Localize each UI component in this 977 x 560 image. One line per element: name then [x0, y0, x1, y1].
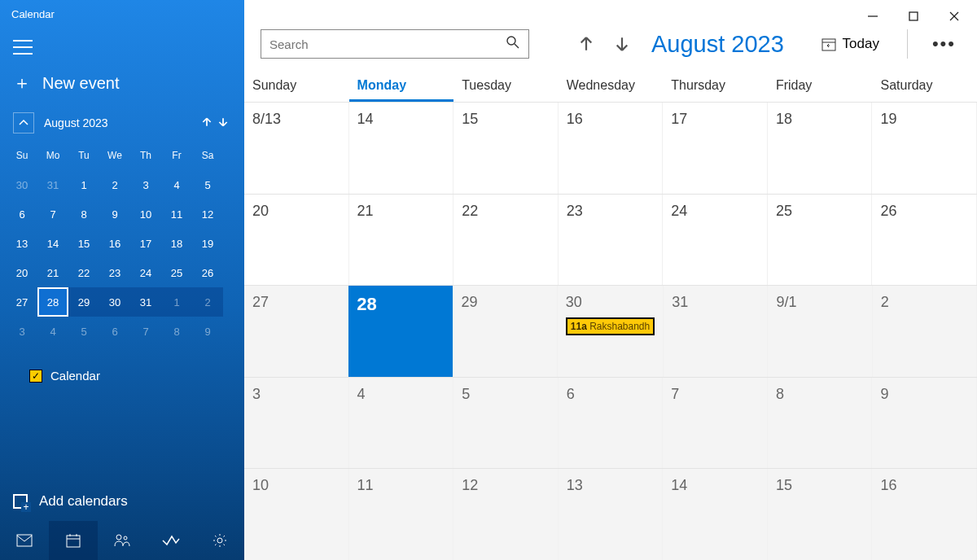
- mini-day-cell[interactable]: 23: [99, 258, 130, 287]
- mini-day-cell[interactable]: 2: [99, 170, 130, 199]
- mini-day-cell[interactable]: 17: [130, 229, 161, 258]
- add-calendars-button[interactable]: Add calendars: [0, 482, 244, 521]
- mini-day-cell[interactable]: 16: [99, 229, 130, 258]
- mini-day-cell[interactable]: 25: [161, 258, 192, 287]
- day-cell[interactable]: 26: [872, 195, 977, 286]
- nav-todo-icon[interactable]: [147, 521, 195, 560]
- day-cell[interactable]: 15: [768, 469, 873, 560]
- day-cell[interactable]: 3: [244, 378, 349, 469]
- mini-day-cell[interactable]: 8: [68, 199, 99, 229]
- dow-header-cell[interactable]: Friday: [768, 73, 873, 102]
- mini-day-cell[interactable]: 31: [37, 170, 68, 199]
- mini-day-cell[interactable]: 4: [37, 317, 68, 346]
- mini-day-cell[interactable]: 26: [192, 258, 223, 287]
- day-cell[interactable]: 28: [348, 286, 453, 377]
- menu-button[interactable]: [13, 40, 33, 55]
- day-cell[interactable]: 10: [244, 469, 349, 560]
- day-cell[interactable]: 13: [559, 469, 664, 560]
- dow-header-cell[interactable]: Wednesday: [559, 73, 664, 102]
- mini-day-cell[interactable]: 30: [7, 170, 37, 199]
- day-cell[interactable]: 20: [244, 195, 349, 286]
- day-cell[interactable]: 11: [349, 469, 454, 560]
- new-event-button[interactable]: ＋ New event: [0, 63, 244, 108]
- mini-day-cell[interactable]: 3: [7, 317, 37, 346]
- calendar-checkbox-row[interactable]: ✓ Calendar: [0, 346, 244, 391]
- day-cell[interactable]: 9/1: [768, 286, 872, 377]
- day-cell[interactable]: 25: [768, 195, 873, 286]
- mini-day-cell[interactable]: 15: [68, 229, 99, 258]
- day-cell[interactable]: 27: [244, 286, 348, 377]
- prev-month-button[interactable]: [575, 35, 598, 53]
- mini-day-cell[interactable]: 20: [7, 258, 37, 287]
- collapse-mini-cal-button[interactable]: [13, 112, 34, 133]
- nav-calendar-icon[interactable]: [49, 521, 98, 560]
- day-cell[interactable]: 5: [453, 378, 559, 469]
- day-cell[interactable]: 15: [453, 103, 559, 194]
- maximize-button[interactable]: [905, 8, 922, 24]
- mini-day-cell[interactable]: 5: [68, 317, 99, 346]
- day-cell[interactable]: 24: [663, 195, 768, 286]
- mini-day-cell[interactable]: 11: [161, 199, 192, 229]
- calendar-checkbox[interactable]: ✓: [29, 370, 42, 383]
- day-cell[interactable]: 8/13: [244, 103, 349, 194]
- mini-day-cell[interactable]: 10: [130, 199, 161, 229]
- mini-day-cell[interactable]: 19: [192, 229, 223, 258]
- day-cell[interactable]: 29: [453, 286, 558, 377]
- dow-header-cell[interactable]: Monday: [349, 73, 454, 102]
- mini-day-cell[interactable]: 12: [192, 199, 223, 229]
- day-cell[interactable]: 4: [349, 378, 454, 469]
- mini-day-cell[interactable]: 7: [37, 199, 68, 229]
- mini-day-cell[interactable]: 22: [68, 258, 99, 287]
- nav-mail-icon[interactable]: [0, 521, 49, 560]
- day-cell[interactable]: 2: [873, 286, 977, 377]
- mini-day-cell[interactable]: 1: [161, 287, 192, 317]
- mini-day-cell[interactable]: 6: [99, 317, 130, 346]
- day-cell[interactable]: 9: [872, 378, 977, 469]
- dow-header-cell[interactable]: Tuesday: [453, 73, 559, 102]
- search-box[interactable]: [261, 29, 529, 59]
- day-cell[interactable]: 17: [663, 103, 768, 194]
- mini-day-cell[interactable]: 4: [161, 170, 192, 199]
- day-cell[interactable]: 14: [349, 103, 454, 194]
- calendar-event[interactable]: 11a Rakshabandh: [566, 317, 655, 335]
- day-cell[interactable]: 23: [559, 195, 664, 286]
- day-cell[interactable]: 7: [663, 378, 768, 469]
- mini-day-cell[interactable]: 1: [68, 170, 99, 199]
- nav-settings-icon[interactable]: [195, 521, 244, 560]
- day-cell[interactable]: 19: [872, 103, 977, 194]
- day-cell[interactable]: 8: [768, 378, 873, 469]
- mini-day-cell[interactable]: 27: [7, 287, 37, 317]
- mini-day-cell[interactable]: 28: [37, 287, 68, 317]
- mini-day-cell[interactable]: 31: [130, 287, 161, 317]
- mini-day-cell[interactable]: 14: [37, 229, 68, 258]
- more-button[interactable]: •••: [927, 33, 961, 55]
- mini-day-cell[interactable]: 9: [99, 199, 130, 229]
- day-cell[interactable]: 18: [768, 103, 873, 194]
- day-cell[interactable]: 21: [349, 195, 454, 286]
- mini-day-cell[interactable]: 18: [161, 229, 192, 258]
- close-button[interactable]: [946, 8, 962, 24]
- mini-day-cell[interactable]: 6: [7, 199, 37, 229]
- day-cell[interactable]: 14: [663, 469, 768, 560]
- mini-day-cell[interactable]: 9: [192, 317, 223, 346]
- day-cell[interactable]: 12: [453, 469, 559, 560]
- today-button[interactable]: Today: [813, 33, 887, 55]
- mini-day-cell[interactable]: 7: [130, 317, 161, 346]
- dow-header-cell[interactable]: Sunday: [244, 73, 349, 102]
- mini-day-cell[interactable]: 3: [130, 170, 161, 199]
- day-cell[interactable]: 16: [872, 469, 977, 560]
- day-cell[interactable]: 3011a Rakshabandh: [558, 286, 664, 377]
- search-input[interactable]: [269, 37, 506, 51]
- dow-header-cell[interactable]: Thursday: [663, 73, 768, 102]
- day-cell[interactable]: 6: [559, 378, 664, 469]
- day-cell[interactable]: 31: [664, 286, 768, 377]
- day-cell[interactable]: 22: [453, 195, 559, 286]
- mini-next-button[interactable]: [215, 116, 231, 130]
- mini-day-cell[interactable]: 29: [68, 287, 99, 317]
- mini-day-cell[interactable]: 13: [7, 229, 37, 258]
- next-month-button[interactable]: [611, 35, 633, 53]
- mini-day-cell[interactable]: 5: [192, 170, 223, 199]
- mini-day-cell[interactable]: 8: [161, 317, 192, 346]
- mini-day-cell[interactable]: 2: [192, 287, 223, 317]
- day-cell[interactable]: 16: [559, 103, 664, 194]
